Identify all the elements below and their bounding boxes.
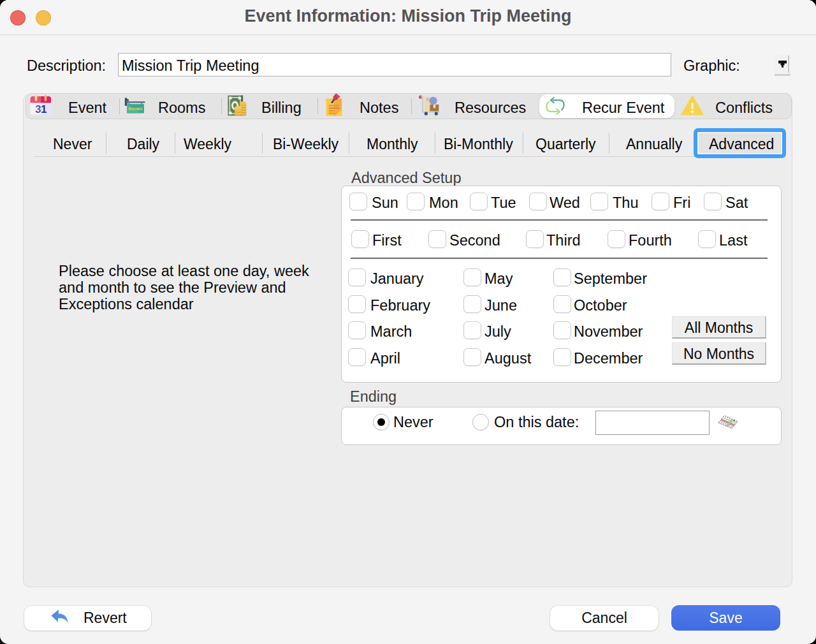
svg-text:ROOMS: ROOMS	[129, 107, 143, 111]
svg-text:1: 1	[41, 103, 47, 115]
svg-text:3: 3	[35, 103, 41, 115]
